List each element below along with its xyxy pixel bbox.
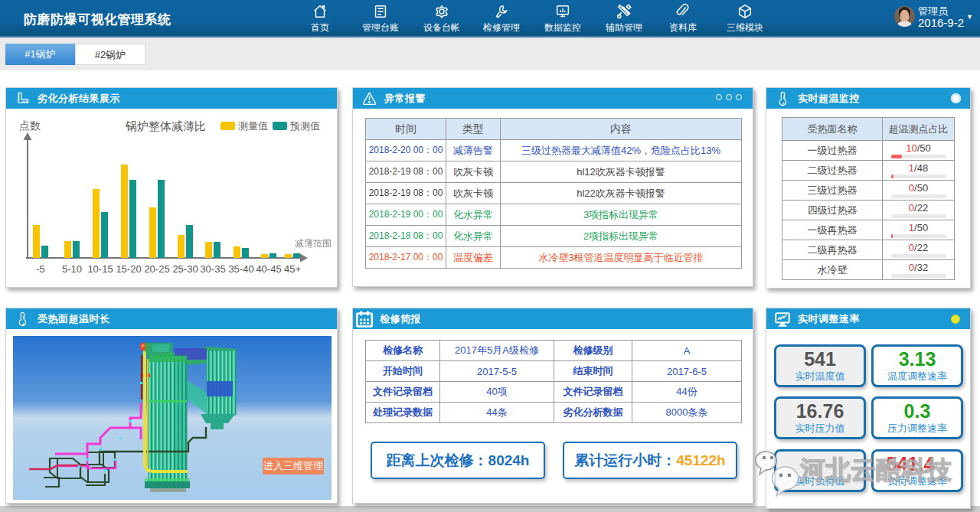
svg-text:点数: 点数: [19, 119, 41, 132]
svg-text:40-45: 40-45: [256, 263, 281, 275]
svg-text:预测值: 预测值: [289, 120, 320, 132]
svg-text:5-10: 5-10: [62, 263, 82, 275]
svg-text:测量值: 测量值: [238, 120, 268, 132]
svg-text:25-30: 25-30: [172, 263, 198, 275]
svg-text:15-20: 15-20: [116, 263, 141, 275]
svg-text:30-35: 30-35: [200, 263, 225, 275]
svg-text:锅炉整体减薄比: 锅炉整体减薄比: [125, 119, 206, 132]
svg-text:35-40: 35-40: [228, 263, 253, 275]
svg-text:20-25: 20-25: [144, 263, 169, 275]
svg-text:10-15: 10-15: [87, 263, 113, 275]
svg-text:减薄范围: 减薄范围: [295, 238, 332, 249]
svg-text:45+: 45+: [284, 263, 301, 275]
svg-text:-5: -5: [36, 263, 45, 275]
